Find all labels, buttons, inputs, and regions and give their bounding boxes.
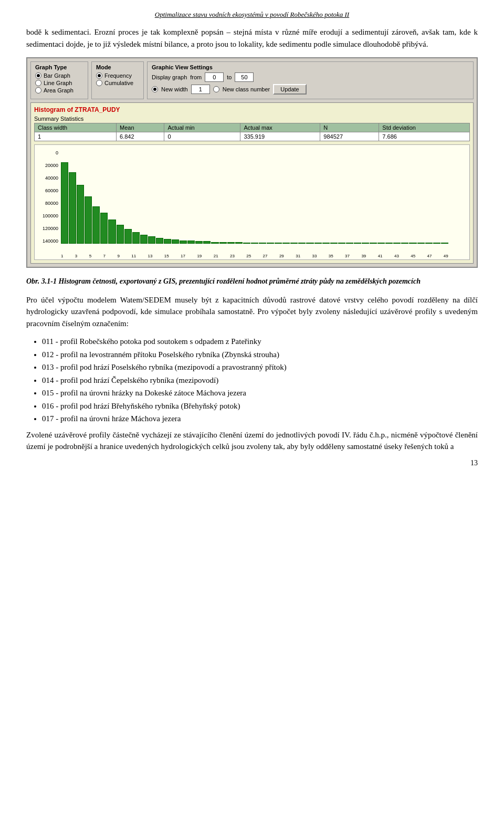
bar [148, 236, 155, 244]
bar [290, 243, 298, 244]
bar [441, 243, 448, 244]
bar [132, 232, 140, 244]
cell-actual-min: 0 [164, 132, 240, 141]
bar [172, 239, 179, 244]
bar [330, 243, 338, 244]
bar [92, 206, 100, 244]
col-class-width: Class width [35, 123, 117, 132]
histogram-dialog: Graph Type Bar Graph Line Graph Area Gra… [26, 57, 478, 268]
bar [425, 243, 433, 244]
mode-label: Mode [96, 64, 139, 70]
to-input[interactable] [235, 72, 254, 82]
y-axis-labels: 140000 120000 100000 80000 60000 40000 2… [35, 150, 60, 244]
graphic-view-panel: Graphic View Settings Display graph from… [147, 61, 474, 99]
bar-chart: 140000 120000 100000 80000 60000 40000 2… [34, 144, 470, 260]
update-button[interactable]: Update [273, 84, 306, 95]
bar [227, 242, 235, 244]
col-actual-max: Actual max [240, 123, 320, 132]
bar [187, 241, 195, 244]
bars-area [61, 150, 448, 244]
mode-panel: Mode Frequency Cumulative [91, 61, 144, 99]
table-row: 1 6.842 0 335.919 984527 7.686 [35, 132, 470, 141]
bar-graph-option[interactable]: Bar Graph [35, 72, 83, 79]
frequency-radio[interactable] [96, 72, 102, 79]
list-item: 014 - profil pod hrází Čepelského rybník… [42, 374, 478, 387]
cell-class-width: 1 [35, 132, 117, 141]
bar [275, 243, 282, 244]
chart-area: Histogram of ZTRATA_PUDY Summary Statist… [30, 102, 474, 264]
bar [211, 242, 218, 244]
col-actual-min: Actual min [164, 123, 240, 132]
bar [156, 238, 163, 244]
graph-type-panel: Graph Type Bar Graph Line Graph Area Gra… [30, 61, 88, 99]
bar [85, 196, 92, 244]
bar [385, 243, 393, 244]
bar [219, 242, 227, 244]
graphic-view-label: Graphic View Settings [152, 64, 469, 70]
new-width-input[interactable] [191, 85, 210, 94]
bar [362, 243, 369, 244]
from-input[interactable] [205, 72, 224, 82]
bar [314, 243, 322, 244]
summary-table: Class width Mean Actual min Actual max N… [34, 123, 470, 141]
bar [370, 243, 377, 244]
histogram-title: Histogram of ZTRATA_PUDY [34, 106, 470, 113]
bar [117, 225, 124, 244]
bar [124, 229, 132, 244]
bar [298, 243, 306, 244]
area-graph-option[interactable]: Area Graph [35, 87, 83, 93]
line-graph-option[interactable]: Line Graph [35, 80, 83, 86]
bar [282, 243, 290, 244]
bar [61, 162, 68, 244]
page-footer: 13 [26, 459, 478, 467]
bar [108, 220, 116, 244]
paragraph2: Zvolené uzávěrové profily částečně vychá… [26, 429, 478, 453]
bar [100, 213, 108, 244]
col-n: N [320, 123, 379, 132]
table-header-row: Class width Mean Actual min Actual max N… [35, 123, 470, 132]
list-item: 011 - profil Robečského potoka pod souto… [42, 336, 478, 348]
cumulative-radio[interactable] [96, 80, 102, 86]
bar [401, 243, 408, 244]
figure-caption: Obr. 3.1-1 Histogram četnosti, exportova… [26, 276, 478, 287]
line-graph-radio[interactable] [35, 80, 41, 86]
bullet-list: 011 - profil Robečského potoka pod souto… [42, 336, 478, 425]
bar [409, 243, 416, 244]
bar-graph-radio[interactable] [35, 72, 41, 79]
summary-section: Summary Statistics Class width Mean Actu… [34, 116, 470, 141]
col-std-dev: Std deviation [379, 123, 470, 132]
cumulative-option[interactable]: Cumulative [96, 80, 139, 86]
bar [259, 243, 266, 244]
bar [338, 243, 345, 244]
new-class-radio[interactable] [213, 86, 219, 92]
bar [306, 243, 313, 244]
bar [77, 185, 84, 244]
bar [417, 243, 425, 244]
area-graph-radio[interactable] [35, 87, 41, 93]
list-item: 015 - profil na úrovni hrázky na Dokeské… [42, 387, 478, 399]
x-axis-labels: 1357911131517192123252729313335373941434… [61, 254, 448, 258]
col-mean: Mean [117, 123, 164, 132]
cell-std-dev: 7.686 [379, 132, 470, 141]
cell-n: 984527 [320, 132, 379, 141]
graph-type-label: Graph Type [35, 64, 83, 70]
bar [180, 241, 187, 244]
list-item: 016 - profil pod hrází Břehyňského rybní… [42, 400, 478, 412]
bar [267, 243, 274, 244]
list-item: 017 - profil na úrovni hráze Máchova jez… [42, 413, 478, 425]
cell-actual-max: 335.919 [240, 132, 320, 141]
new-width-radio[interactable] [152, 86, 158, 92]
list-item: 012 - profil na levostranném přítoku Pos… [42, 349, 478, 361]
frequency-option[interactable]: Frequency [96, 72, 139, 79]
intro-paragraph: bodě k sedimentaci. Erozní proces je tak… [26, 26, 478, 50]
bar [164, 239, 171, 244]
list-item: 013 - profil pod hrází Poselského rybník… [42, 361, 478, 373]
bar [235, 242, 243, 244]
bar [346, 243, 353, 244]
bar [354, 243, 361, 244]
bar [377, 243, 385, 244]
cell-mean: 6.842 [117, 132, 164, 141]
bar [322, 243, 330, 244]
bar [393, 243, 401, 244]
bar [251, 243, 258, 244]
